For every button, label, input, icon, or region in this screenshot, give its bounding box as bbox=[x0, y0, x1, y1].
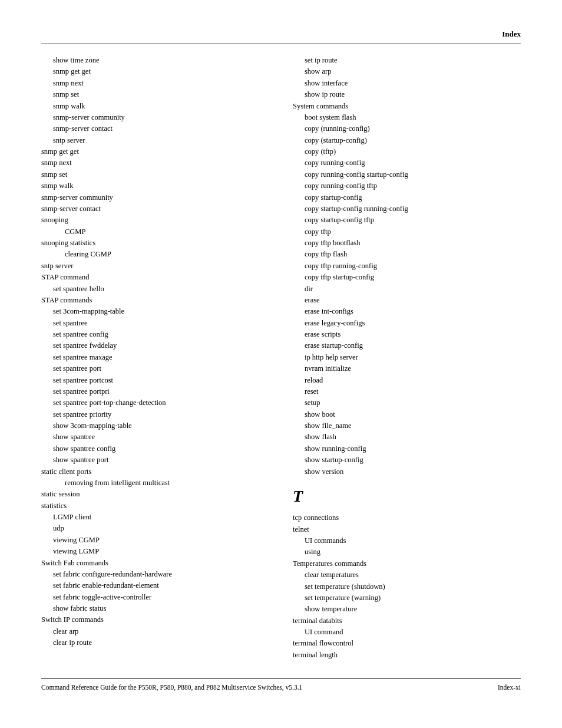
list-item: STAP commands bbox=[41, 295, 269, 306]
list-item: UI command bbox=[305, 627, 521, 638]
list-item: show time zone bbox=[53, 55, 269, 66]
list-item: copy tftp startup-config bbox=[305, 272, 521, 283]
list-item: nvram initialize bbox=[305, 363, 521, 374]
page-header: Index bbox=[41, 29, 521, 39]
list-item: erase scripts bbox=[305, 329, 521, 340]
left-column: show time zonesnmp get getsnmp nextsnmp … bbox=[41, 55, 269, 661]
list-item: snmp-server community bbox=[41, 192, 269, 203]
list-item: set fabric toggle-active-controller bbox=[53, 592, 269, 603]
list-item: copy tftp running-config bbox=[305, 261, 521, 272]
list-item: snmp-server community bbox=[53, 112, 269, 123]
list-item: statistics bbox=[41, 500, 269, 512]
list-item: terminal flowcontrol bbox=[293, 638, 521, 649]
list-item: copy startup-config bbox=[305, 192, 521, 203]
list-item: show file_name bbox=[305, 420, 521, 431]
list-item: show spantree config bbox=[53, 443, 269, 454]
list-item: CGMP bbox=[65, 226, 269, 238]
list-item: sntp server bbox=[41, 261, 269, 272]
list-item: set temperature (shutdown) bbox=[305, 581, 521, 592]
list-item: System commands bbox=[293, 101, 521, 112]
list-item: sntp server bbox=[53, 135, 269, 146]
list-item: snmp next bbox=[41, 157, 269, 169]
list-item: snmp walk bbox=[53, 101, 269, 112]
list-item: set fabric configure-redundant-hardware bbox=[53, 569, 269, 580]
list-item: static session bbox=[41, 489, 269, 500]
list-item: show spantree port bbox=[53, 454, 269, 466]
list-item: LGMP client bbox=[53, 512, 269, 523]
list-item: copy (startup-config) bbox=[305, 135, 521, 146]
list-item: snmp get get bbox=[41, 146, 269, 157]
list-item: show interface bbox=[305, 78, 521, 89]
top-rule bbox=[41, 44, 521, 44]
list-item: show temperature bbox=[305, 604, 521, 615]
list-item: erase int-configs bbox=[305, 306, 521, 317]
list-item: clear ip route bbox=[53, 637, 269, 648]
list-item: snooping statistics bbox=[41, 238, 269, 249]
content-columns: show time zonesnmp get getsnmp nextsnmp … bbox=[41, 55, 521, 661]
list-item: Switch IP commands bbox=[41, 614, 269, 625]
page: Index show time zonesnmp get getsnmp nex… bbox=[0, 0, 562, 728]
list-item: UI commands bbox=[305, 535, 521, 546]
list-item: clear arp bbox=[53, 626, 269, 637]
list-item: dir bbox=[305, 284, 521, 295]
list-item: set temperature (warning) bbox=[305, 592, 521, 604]
list-item: static client ports bbox=[41, 466, 269, 477]
list-item: snooping bbox=[41, 215, 269, 226]
list-item: set spantree maxage bbox=[53, 352, 269, 363]
page-footer: Command Reference Guide for the P550R, P… bbox=[41, 684, 521, 691]
list-item: Switch Fab commands bbox=[41, 558, 269, 569]
index-title: Index bbox=[502, 29, 521, 39]
list-item: set ip route bbox=[305, 55, 521, 66]
right-column: set ip routeshow arpshow interfaceshow i… bbox=[293, 55, 521, 661]
list-item: STAP command bbox=[41, 272, 269, 283]
list-item: telnet bbox=[293, 524, 521, 535]
list-item: snmp walk bbox=[41, 180, 269, 192]
list-item: set 3com-mapping-table bbox=[53, 306, 269, 317]
list-item: set spantree portcost bbox=[53, 375, 269, 386]
list-item: tcp connections bbox=[293, 512, 521, 523]
list-item: copy tftp flash bbox=[305, 249, 521, 260]
list-item: set spantree config bbox=[53, 329, 269, 340]
list-item: show running-config bbox=[305, 443, 521, 454]
list-item: copy (running-config) bbox=[305, 123, 521, 134]
list-item: copy running-config startup-config bbox=[305, 169, 521, 180]
list-item: show arp bbox=[305, 66, 521, 77]
list-item: snmp next bbox=[53, 78, 269, 89]
list-item: copy (tftp) bbox=[305, 146, 521, 157]
list-item: set spantree hello bbox=[53, 284, 269, 295]
list-item: ip http help server bbox=[305, 352, 521, 363]
list-item: reload bbox=[305, 375, 521, 386]
list-item: snmp set bbox=[41, 169, 269, 180]
list-item: copy running-config bbox=[305, 157, 521, 169]
list-item: terminal length bbox=[293, 650, 521, 661]
list-item: udp bbox=[53, 523, 269, 534]
bottom-rule bbox=[41, 678, 521, 679]
list-item: set spantree bbox=[53, 318, 269, 329]
list-item: erase legacy-configs bbox=[305, 318, 521, 329]
list-item: reset bbox=[305, 386, 521, 397]
list-item: set spantree port bbox=[53, 363, 269, 374]
list-item: clearing CGMP bbox=[65, 249, 269, 260]
footer-left: Command Reference Guide for the P550R, P… bbox=[41, 684, 302, 691]
list-item: copy startup-config tftp bbox=[305, 215, 521, 226]
list-item: clear temperatures bbox=[305, 569, 521, 581]
list-item: erase startup-config bbox=[305, 340, 521, 351]
list-item: copy tftp bootflash bbox=[305, 238, 521, 249]
list-item: setup bbox=[305, 397, 521, 409]
list-item: snmp set bbox=[53, 89, 269, 100]
list-item: show version bbox=[305, 466, 521, 477]
list-item: snmp-server contact bbox=[41, 203, 269, 215]
list-item: boot system flash bbox=[305, 112, 521, 123]
list-item: terminal databits bbox=[293, 615, 521, 627]
list-item: show flash bbox=[305, 431, 521, 443]
section-letter: T bbox=[293, 483, 521, 509]
list-item: show boot bbox=[305, 409, 521, 420]
list-item: snmp-server contact bbox=[53, 123, 269, 134]
list-item: set spantree fwddelay bbox=[53, 340, 269, 351]
list-item: show startup-config bbox=[305, 454, 521, 466]
list-item: show 3com-mapping-table bbox=[53, 420, 269, 431]
list-item: removing from intelligent multicast bbox=[65, 477, 269, 489]
list-item: Temperatures commands bbox=[293, 558, 521, 569]
footer-right: Index-xi bbox=[498, 684, 521, 691]
list-item: set spantree priority bbox=[53, 409, 269, 420]
